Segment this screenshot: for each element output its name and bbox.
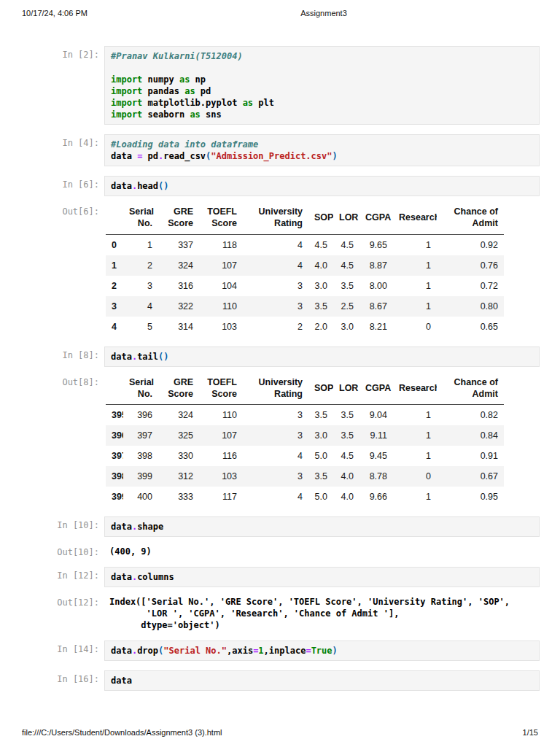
- row-index: 1: [106, 255, 123, 276]
- table-cell: 322: [158, 296, 199, 317]
- output-cell-3: Out[6]:Serial No.GRE ScoreTOEFL ScoreUni…: [22, 203, 540, 337]
- table-row: 1232410744.04.58.8710.76: [106, 255, 504, 276]
- table-cell: 8.78: [359, 466, 393, 487]
- index-header: [106, 374, 123, 405]
- code-text: data.shape: [111, 521, 533, 533]
- table-cell: 4: [243, 234, 308, 255]
- code-text: #Pranav Kulkarni(T512004) import numpy a…: [111, 50, 533, 120]
- table-cell: 0: [393, 317, 437, 337]
- table-cell: 104: [199, 276, 243, 296]
- table-cell: 2: [243, 317, 308, 337]
- header-row: Serial No.GRE ScoreTOEFL ScoreUniversity…: [106, 374, 504, 405]
- input-prompt: In [4]:: [22, 134, 104, 148]
- code-token: data: [111, 522, 132, 532]
- code-text: data.tail(): [111, 351, 533, 363]
- output-prompt: Out[8]:: [22, 374, 104, 387]
- table-row: 39940033311745.04.09.6610.95: [106, 487, 504, 507]
- code-token: sns: [201, 109, 222, 120]
- table-cell: 8.67: [359, 296, 393, 317]
- code-token: data: [111, 352, 132, 362]
- code-token: pd: [142, 151, 158, 161]
- table-cell: 3.0: [308, 425, 333, 446]
- print-file-path: file:///C:/Users/Student/Downloads/Assig…: [22, 728, 222, 737]
- table-cell: 3.5: [308, 466, 333, 487]
- table-cell: 0.84: [437, 425, 504, 446]
- table-cell: 8.00: [359, 276, 393, 296]
- table-cell: 4.5: [333, 234, 359, 255]
- table-cell: 5.0: [308, 487, 333, 507]
- table-cell: 5: [123, 317, 158, 337]
- input-prompt: In [6]:: [22, 176, 104, 190]
- code-input-area: data.tail(): [104, 347, 540, 367]
- table-cell: 110: [199, 405, 243, 426]
- code-token: pandas: [142, 86, 184, 96]
- code-token: =: [306, 646, 311, 656]
- code-text: data.columns: [111, 571, 533, 583]
- table-cell: 1: [393, 234, 437, 255]
- print-title: Assignment3: [88, 9, 560, 18]
- table-cell: 1: [123, 234, 158, 255]
- table-cell: 110: [199, 296, 243, 317]
- cell-content: Serial No.GRE ScoreTOEFL ScoreUniversity…: [104, 203, 540, 337]
- input-prompt: In [2]:: [22, 46, 104, 60]
- code-text: #Loading data into dataframe data = pd.r…: [111, 139, 533, 162]
- table-row: 39739833011645.04.59.4510.91: [106, 446, 504, 466]
- table-cell: 4.0: [308, 255, 333, 276]
- table-cell: 0.92: [437, 234, 504, 255]
- code-cell-6: In [10]:data.shape: [22, 516, 540, 537]
- row-index: 396: [106, 425, 123, 446]
- code-cell-4: In [8]:data.tail(): [22, 347, 540, 367]
- code-cell-11: In [16]:data: [22, 670, 540, 691]
- table-cell: 3: [123, 276, 158, 296]
- cell-content: Index(['Serial No.', 'GRE Score', 'TOEFL…: [104, 594, 540, 631]
- code-token: shape: [137, 522, 163, 532]
- row-index: 397: [106, 446, 123, 466]
- cell-content: (400, 9): [104, 543, 540, 557]
- code-token: seaborn: [142, 109, 190, 120]
- print-page-number: 1/15: [523, 728, 538, 737]
- column-header: GRE Score: [158, 374, 199, 405]
- column-header: CGPA: [359, 203, 393, 234]
- code-input-area: data.head(): [104, 176, 540, 196]
- table-cell: 3.5: [333, 425, 359, 446]
- code-token: ,: [264, 646, 269, 656]
- table-cell: 118: [199, 234, 243, 255]
- table-cell: 0.82: [437, 405, 504, 426]
- text-output: Index(['Serial No.', 'GRE Score', 'TOEFL…: [104, 594, 540, 631]
- table-row: 3432211033.52.58.6710.80: [106, 296, 504, 317]
- code-text: data.drop("Serial No.",axis=1,inplace=Tr…: [111, 645, 533, 657]
- table-cell: 8.87: [359, 255, 393, 276]
- table-cell: 3.5: [333, 405, 359, 426]
- table-cell: 4.5: [333, 446, 359, 466]
- input-prompt: In [10]:: [22, 516, 104, 530]
- notebook: In [2]:#Pranav Kulkarni(T512004) import …: [22, 36, 540, 691]
- table-cell: 3.0: [333, 317, 359, 337]
- table-cell: 3.0: [308, 276, 333, 296]
- column-header: Chance of Admit: [437, 374, 504, 405]
- table-cell: 330: [158, 446, 199, 466]
- column-header: Research: [393, 374, 437, 405]
- code-text: data.head(): [111, 180, 533, 192]
- cell-content: data.head(): [104, 176, 540, 196]
- code-token: read_csv: [163, 151, 206, 161]
- table-cell: 324: [158, 255, 199, 276]
- table-cell: 9.11: [359, 425, 393, 446]
- header-row: Serial No.GRE ScoreTOEFL ScoreUniversity…: [106, 203, 504, 234]
- code-token: as: [243, 98, 253, 108]
- code-cell-1: In [4]:#Loading data into dataframe data…: [22, 134, 540, 166]
- table-body: 0133711844.54.59.6510.921232410744.04.58…: [106, 234, 504, 337]
- code-token: True: [311, 646, 332, 656]
- input-prompt: In [8]:: [22, 347, 104, 360]
- output-prompt: Out[12]:: [22, 594, 104, 608]
- table-cell: 103: [199, 466, 243, 487]
- dataframe-table: Serial No.GRE ScoreTOEFL ScoreUniversity…: [106, 374, 504, 508]
- column-header: University Rating: [243, 374, 308, 405]
- table-cell: 397: [123, 425, 158, 446]
- code-text: data: [111, 675, 533, 686]
- code-token: data: [111, 676, 132, 686]
- cell-content: #Pranav Kulkarni(T512004) import numpy a…: [104, 46, 540, 125]
- row-index: 3: [106, 296, 123, 317]
- row-index: 0: [106, 234, 123, 255]
- dataframe-output: Serial No.GRE ScoreTOEFL ScoreUniversity…: [104, 203, 540, 337]
- table-cell: 3: [243, 425, 308, 446]
